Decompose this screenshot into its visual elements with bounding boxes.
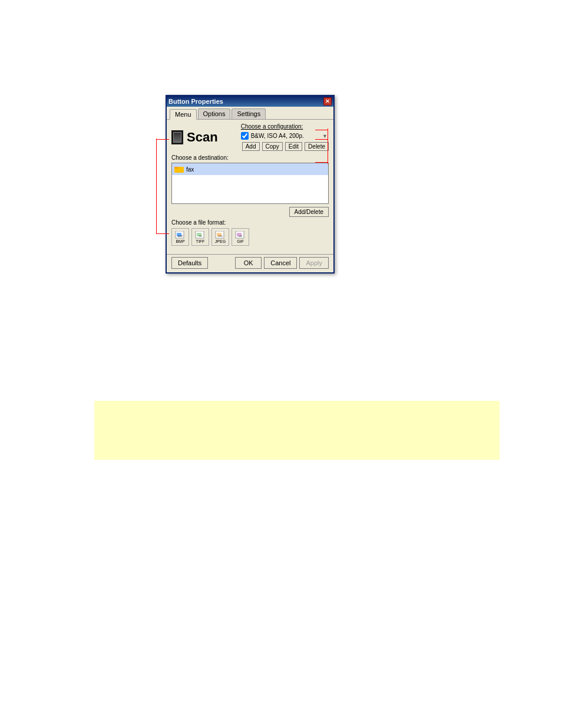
dialog-footer: Defaults OK Cancel Apply	[167, 254, 333, 272]
scan-label: Scan	[187, 130, 218, 145]
tab-menu[interactable]: Menu	[170, 109, 197, 120]
scan-header: Scan Choose a configuration: B&W, ISO A4…	[171, 123, 329, 151]
delete-button[interactable]: Delete	[305, 142, 329, 151]
format-gif[interactable]: GIF GIF	[232, 228, 249, 246]
bmp-icon: BMP	[175, 231, 186, 239]
title-bar-text: Button Properties	[168, 98, 223, 105]
ok-button[interactable]: OK	[235, 257, 262, 269]
destination-list[interactable]: fax	[171, 163, 329, 204]
config-buttons: Add Copy Edit Delete	[241, 142, 329, 151]
gif-icon: GIF	[235, 231, 246, 239]
close-button[interactable]: ✕	[323, 97, 332, 106]
destination-item-text: fax	[186, 166, 194, 173]
jpeg-icon: JPEG	[215, 231, 226, 239]
format-bmp-label: BMP	[176, 239, 184, 243]
add-button[interactable]: Add	[242, 142, 260, 151]
svg-rect-1	[174, 167, 178, 169]
svg-text:JPEG: JPEG	[218, 235, 223, 238]
edit-button[interactable]: Edit	[285, 142, 302, 151]
svg-text:BMP: BMP	[178, 235, 183, 238]
config-row: B&W, ISO A4, 200p. ▼	[241, 132, 329, 140]
format-jpeg[interactable]: JPEG JPEG	[211, 228, 229, 246]
button-properties-dialog: Button Properties ✕ Menu Options Setting…	[166, 95, 335, 274]
config-item-label: B&W, ISO A4, 200p.	[251, 133, 322, 139]
file-format-section: Choose a file format: BMP BMP TIF	[171, 219, 329, 246]
defaults-button[interactable]: Defaults	[171, 257, 208, 269]
format-tif-label: TIFF	[196, 239, 205, 243]
footer-right-buttons: OK Cancel Apply	[235, 257, 329, 269]
format-bmp[interactable]: BMP BMP	[171, 228, 189, 246]
folder-icon	[174, 164, 184, 174]
tabs-container: Menu Options Settings	[167, 107, 333, 120]
title-bar: Button Properties ✕	[167, 96, 333, 107]
file-format-label: Choose a file format:	[171, 219, 329, 226]
copy-button[interactable]: Copy	[262, 142, 283, 151]
add-delete-button[interactable]: Add/Delete	[289, 207, 329, 217]
destination-item[interactable]: fax	[172, 163, 328, 175]
tab-settings[interactable]: Settings	[232, 108, 266, 119]
config-panel: Choose a configuration: B&W, ISO A4, 200…	[241, 123, 329, 151]
dialog-body: Scan Choose a configuration: B&W, ISO A4…	[167, 120, 333, 254]
svg-text:TIF: TIF	[199, 235, 203, 238]
scan-icon	[171, 130, 183, 144]
config-title: Choose a configuration:	[241, 123, 329, 130]
destination-section: Choose a destination: fax Add/Delete	[171, 154, 329, 217]
cancel-button[interactable]: Cancel	[264, 257, 297, 269]
format-gif-label: GIF	[237, 239, 244, 243]
destination-label: Choose a destination:	[171, 154, 329, 161]
svg-text:GIF: GIF	[239, 235, 243, 238]
format-icons-container: BMP BMP TIF TIFF JPEG	[171, 228, 329, 246]
tab-options[interactable]: Options	[198, 108, 231, 119]
note-box	[94, 401, 500, 460]
apply-button[interactable]: Apply	[299, 257, 329, 269]
format-jpeg-label: JPEG	[215, 239, 226, 243]
format-tif[interactable]: TIF TIFF	[191, 228, 209, 246]
config-checkbox[interactable]	[241, 132, 249, 140]
config-expand-icon: ▼	[322, 133, 328, 139]
tif-icon: TIF	[195, 231, 206, 239]
